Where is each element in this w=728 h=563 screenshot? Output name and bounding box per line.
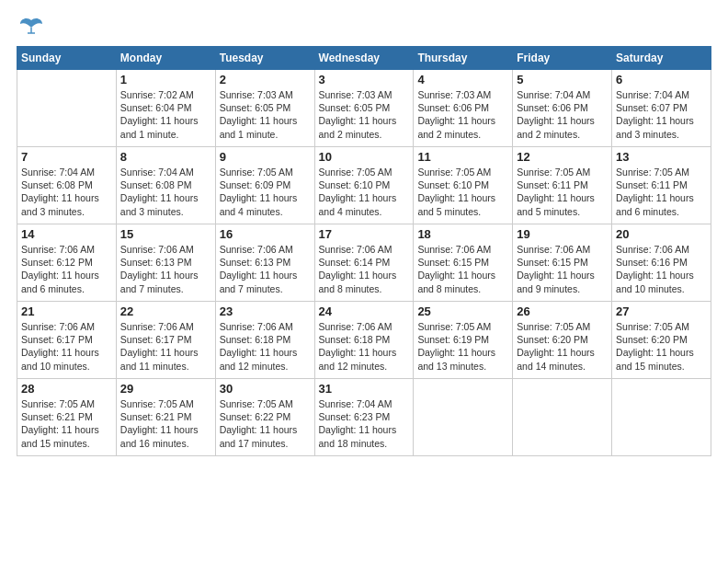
calendar-cell <box>513 379 612 456</box>
cell-date: 24 <box>319 304 410 318</box>
cell-date: 6 <box>616 73 707 86</box>
calendar-cell <box>414 379 513 456</box>
cell-date: 5 <box>517 73 608 86</box>
cell-info: Sunrise: 7:06 AMSunset: 6:18 PMDaylight:… <box>220 320 311 373</box>
cell-date: 2 <box>220 73 311 86</box>
cell-info: Sunrise: 7:04 AMSunset: 6:08 PMDaylight:… <box>21 166 112 218</box>
weekday-header-wednesday: Wednesday <box>314 47 414 70</box>
cell-date: 14 <box>21 227 112 241</box>
cell-date: 18 <box>417 227 508 241</box>
cell-date: 10 <box>319 150 410 164</box>
cell-info: Sunrise: 7:04 AMSunset: 6:08 PMDaylight:… <box>120 166 211 218</box>
calendar-cell: 17Sunrise: 7:06 AMSunset: 6:14 PMDayligh… <box>314 224 414 302</box>
cell-date: 3 <box>319 73 410 86</box>
cell-info: Sunrise: 7:06 AMSunset: 6:13 PMDaylight:… <box>120 243 211 295</box>
cell-date: 9 <box>220 150 311 164</box>
week-row-1: 1Sunrise: 7:02 AMSunset: 6:04 PMDaylight… <box>17 70 711 147</box>
cell-date: 26 <box>517 304 608 318</box>
calendar-cell: 8Sunrise: 7:04 AMSunset: 6:08 PMDaylight… <box>116 147 215 224</box>
weekday-header-saturday: Saturday <box>612 47 711 70</box>
calendar-cell: 3Sunrise: 7:03 AMSunset: 6:05 PMDaylight… <box>314 70 414 147</box>
cell-date: 11 <box>417 150 508 164</box>
cell-info: Sunrise: 7:05 AMSunset: 6:19 PMDaylight:… <box>417 320 508 373</box>
cell-info: Sunrise: 7:05 AMSunset: 6:21 PMDaylight:… <box>21 397 112 450</box>
cell-date: 4 <box>417 73 508 86</box>
calendar-cell <box>612 379 711 456</box>
cell-info: Sunrise: 7:06 AMSunset: 6:12 PMDaylight:… <box>21 243 112 295</box>
cell-info: Sunrise: 7:05 AMSunset: 6:10 PMDaylight:… <box>319 166 410 218</box>
calendar-cell: 26Sunrise: 7:05 AMSunset: 6:20 PMDayligh… <box>513 302 612 379</box>
calendar-cell: 18Sunrise: 7:06 AMSunset: 6:15 PMDayligh… <box>414 224 513 302</box>
cell-info: Sunrise: 7:05 AMSunset: 6:10 PMDaylight:… <box>417 166 508 218</box>
cell-date: 7 <box>21 150 112 164</box>
cell-date: 20 <box>616 227 707 241</box>
cell-date: 28 <box>21 382 112 396</box>
cell-date: 13 <box>616 150 707 164</box>
cell-date: 12 <box>517 150 608 164</box>
cell-info: Sunrise: 7:05 AMSunset: 6:22 PMDaylight:… <box>220 397 311 450</box>
calendar-cell: 2Sunrise: 7:03 AMSunset: 6:05 PMDaylight… <box>215 70 314 147</box>
cell-info: Sunrise: 7:02 AMSunset: 6:04 PMDaylight:… <box>120 88 211 141</box>
week-row-3: 14Sunrise: 7:06 AMSunset: 6:12 PMDayligh… <box>17 224 711 302</box>
cell-info: Sunrise: 7:06 AMSunset: 6:17 PMDaylight:… <box>21 320 112 373</box>
calendar-cell: 16Sunrise: 7:06 AMSunset: 6:13 PMDayligh… <box>215 224 314 302</box>
weekday-header-monday: Monday <box>116 47 215 70</box>
calendar-cell: 20Sunrise: 7:06 AMSunset: 6:16 PMDayligh… <box>612 224 711 302</box>
cell-info: Sunrise: 7:05 AMSunset: 6:21 PMDaylight:… <box>120 397 211 450</box>
cell-info: Sunrise: 7:05 AMSunset: 6:20 PMDaylight:… <box>517 320 608 373</box>
calendar-cell <box>17 70 117 147</box>
calendar-cell: 23Sunrise: 7:06 AMSunset: 6:18 PMDayligh… <box>215 302 314 379</box>
cell-date: 27 <box>616 304 707 318</box>
cell-date: 29 <box>120 382 211 396</box>
cell-date: 30 <box>220 382 311 396</box>
calendar-cell: 14Sunrise: 7:06 AMSunset: 6:12 PMDayligh… <box>17 224 117 302</box>
cell-date: 31 <box>319 382 410 396</box>
cell-info: Sunrise: 7:03 AMSunset: 6:06 PMDaylight:… <box>417 88 508 141</box>
cell-info: Sunrise: 7:06 AMSunset: 6:15 PMDaylight:… <box>417 243 508 295</box>
weekday-header-thursday: Thursday <box>414 47 513 70</box>
cell-date: 22 <box>120 304 211 318</box>
cell-info: Sunrise: 7:04 AMSunset: 6:07 PMDaylight:… <box>616 88 707 141</box>
cell-info: Sunrise: 7:06 AMSunset: 6:13 PMDaylight:… <box>220 243 311 295</box>
cell-info: Sunrise: 7:06 AMSunset: 6:16 PMDaylight:… <box>616 243 707 295</box>
logo <box>17 17 44 37</box>
calendar-cell: 9Sunrise: 7:05 AMSunset: 6:09 PMDaylight… <box>215 147 314 224</box>
calendar-cell: 24Sunrise: 7:06 AMSunset: 6:18 PMDayligh… <box>314 302 414 379</box>
cell-date: 25 <box>417 304 508 318</box>
cell-date: 1 <box>120 73 211 86</box>
cell-info: Sunrise: 7:06 AMSunset: 6:17 PMDaylight:… <box>120 320 211 373</box>
logo-bird-icon <box>18 17 44 37</box>
cell-info: Sunrise: 7:06 AMSunset: 6:14 PMDaylight:… <box>319 243 410 295</box>
calendar-cell: 21Sunrise: 7:06 AMSunset: 6:17 PMDayligh… <box>17 302 117 379</box>
cell-date: 21 <box>21 304 112 318</box>
calendar-cell: 12Sunrise: 7:05 AMSunset: 6:11 PMDayligh… <box>513 147 612 224</box>
calendar-cell: 11Sunrise: 7:05 AMSunset: 6:10 PMDayligh… <box>414 147 513 224</box>
header <box>17 17 711 37</box>
cell-info: Sunrise: 7:05 AMSunset: 6:09 PMDaylight:… <box>220 166 311 218</box>
calendar-cell: 30Sunrise: 7:05 AMSunset: 6:22 PMDayligh… <box>215 379 314 456</box>
calendar-cell: 31Sunrise: 7:04 AMSunset: 6:23 PMDayligh… <box>314 379 414 456</box>
weekday-header-sunday: Sunday <box>17 47 117 70</box>
weekday-header-tuesday: Tuesday <box>215 47 314 70</box>
page: SundayMondayTuesdayWednesdayThursdayFrid… <box>0 0 728 563</box>
calendar-cell: 19Sunrise: 7:06 AMSunset: 6:15 PMDayligh… <box>513 224 612 302</box>
calendar-cell: 5Sunrise: 7:04 AMSunset: 6:06 PMDaylight… <box>513 70 612 147</box>
cell-info: Sunrise: 7:05 AMSunset: 6:11 PMDaylight:… <box>616 166 707 218</box>
cell-info: Sunrise: 7:03 AMSunset: 6:05 PMDaylight:… <box>220 88 311 141</box>
cell-date: 23 <box>220 304 311 318</box>
calendar-cell: 29Sunrise: 7:05 AMSunset: 6:21 PMDayligh… <box>116 379 215 456</box>
calendar-cell: 25Sunrise: 7:05 AMSunset: 6:19 PMDayligh… <box>414 302 513 379</box>
calendar-cell: 7Sunrise: 7:04 AMSunset: 6:08 PMDaylight… <box>17 147 117 224</box>
calendar-cell: 1Sunrise: 7:02 AMSunset: 6:04 PMDaylight… <box>116 70 215 147</box>
weekday-header-friday: Friday <box>513 47 612 70</box>
calendar-cell: 6Sunrise: 7:04 AMSunset: 6:07 PMDaylight… <box>612 70 711 147</box>
calendar-cell: 22Sunrise: 7:06 AMSunset: 6:17 PMDayligh… <box>116 302 215 379</box>
cell-info: Sunrise: 7:04 AMSunset: 6:06 PMDaylight:… <box>517 88 608 141</box>
week-row-2: 7Sunrise: 7:04 AMSunset: 6:08 PMDaylight… <box>17 147 711 224</box>
cell-info: Sunrise: 7:05 AMSunset: 6:20 PMDaylight:… <box>616 320 707 373</box>
cell-info: Sunrise: 7:04 AMSunset: 6:23 PMDaylight:… <box>319 397 410 450</box>
cell-date: 16 <box>220 227 311 241</box>
weekday-header-row: SundayMondayTuesdayWednesdayThursdayFrid… <box>17 47 711 70</box>
cell-date: 17 <box>319 227 410 241</box>
cell-date: 15 <box>120 227 211 241</box>
